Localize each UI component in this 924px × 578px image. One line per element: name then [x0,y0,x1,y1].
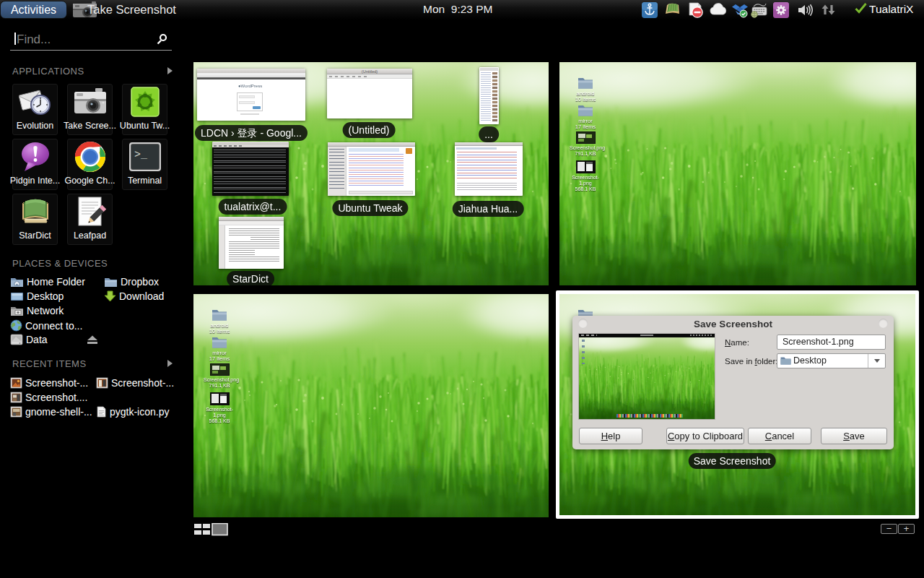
svg-text:>_: >_ [134,149,148,161]
